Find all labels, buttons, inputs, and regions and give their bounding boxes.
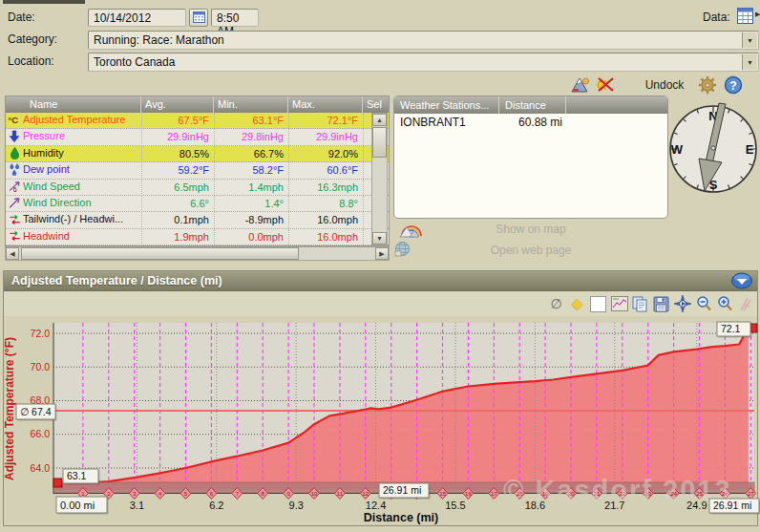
category-value: Running: Race: Marathon [94,33,224,47]
scroll-right-icon[interactable]: ▶ [375,247,389,260]
metric-name: Adjusted Temperature [23,112,142,129]
save-chart-icon[interactable] [651,294,671,314]
metric-max: 72.1°F [289,113,364,128]
metric-min: 63.1°F [215,113,289,128]
station-distance: 60.88 mi [499,116,562,129]
metrics-header-name[interactable]: Name [6,96,141,113]
data-grid-icon[interactable] [736,7,754,28]
metrics-row[interactable]: Wind Direction6.6°1.4°8.8° [6,196,389,212]
category-select[interactable]: Running: Race: Marathon ▼ [88,31,759,50]
metric-max: 16.0mph [289,212,364,227]
metrics-row[interactable]: Dew point59.2°F58.2°F60.6°F [6,162,389,179]
dewpoint-icon [6,162,23,178]
calendar-button[interactable] [189,9,208,27]
metrics-row[interactable]: Pressure29.9inHg29.8inHg29.9inHg [6,129,389,145]
metric-avg: 6.5mph [142,180,215,195]
compass-west-label: W [671,142,684,157]
diamond-marker-icon[interactable]: ◆ [567,294,587,314]
location-label: Location: [8,54,54,68]
metric-avg: 6.6° [142,196,215,211]
scroll-up-icon[interactable]: ▲ [372,114,387,126]
metric-min: 66.7% [215,146,289,161]
compass-east-label: E [746,142,754,157]
pan-icon[interactable] [735,294,755,314]
metric-max: 16.0mph [289,229,364,245]
wind-direction-icon [6,196,23,211]
metric-name: Headwind [23,228,142,245]
metric-min: 1.4mph [215,180,289,195]
delete-weather-icon[interactable] [595,75,616,96]
metric-min: 29.8inHg [215,129,289,144]
headwind-icon [6,229,23,245]
metric-avg: 59.2°F [142,162,215,178]
vertical-scroll-thumb[interactable] [372,127,387,158]
open-web-page-button[interactable]: Open web page [393,244,668,257]
metric-max: 92.0% [289,146,364,161]
zoom-in-icon[interactable] [714,294,734,314]
metric-name: Wind Direction [23,195,142,212]
location-dropdown-icon[interactable]: ▼ [742,54,757,70]
scroll-left-icon[interactable]: ◀ [6,247,19,260]
titlebar-fragment [3,0,85,4]
metrics-row[interactable]: Humidity80.5%66.7%92.0% [6,146,389,162]
wind-speed-icon: 6 [6,180,23,195]
category-dropdown-icon[interactable]: ▼ [742,32,757,48]
temperature-icon: °C [6,113,23,128]
data-label: Data: [703,11,730,24]
svg-text:6: 6 [12,185,16,192]
metric-min: 58.2°F [215,162,289,178]
stations-header-col[interactable]: Weather Stations... [394,96,499,114]
humidity-icon [6,146,23,161]
metrics-table-body: °CAdjusted Temperature67.5°F63.1°F72.1°F… [6,113,389,245]
category-label: Category: [8,32,57,46]
scroll-down-icon[interactable]: ▼ [372,232,387,245]
weather-stations-panel: Weather Stations...Distance IONBRANT160.… [393,96,668,219]
metrics-row[interactable]: Headwind1.9mph0.0mph16.0mph [6,229,389,245]
metrics-table: NameAvg.Min.Max.Sel °CAdjusted Temperatu… [5,96,390,246]
horizontal-scroll-thumb[interactable] [21,247,299,260]
undock-button[interactable]: Undock [630,78,699,92]
time-input[interactable]: 8:50 AM [211,9,259,27]
metrics-row[interactable]: °CAdjusted Temperature67.5°F63.1°F72.1°F [6,113,389,129]
no-fill-icon[interactable]: ∅ [546,294,566,314]
tailwind-icon [6,213,23,228]
metric-max: 60.6°F [289,162,364,178]
reset-zoom-icon[interactable] [672,294,692,314]
metrics-header-max[interactable]: Max. [288,96,363,113]
metric-avg: 67.5°F [142,113,215,128]
location-value: Toronto Canada [94,55,175,69]
metric-name: Tailwind(-) / Headwi... [23,211,142,228]
app-window: { "form": { "date_label": "Date:", "date… [0,0,760,532]
date-label: Date: [8,11,35,24]
chart-panel: Adjusted Temperature / Distance (mi) ∅ ◆ [3,270,758,526]
station-row[interactable]: IONBRANT160.88 mi [394,114,667,131]
metrics-row[interactable]: 6Wind Speed6.5mph1.4mph16.3mph [6,180,389,196]
date-input[interactable]: 10/14/2012 [88,9,186,27]
svg-text:?: ? [729,79,736,93]
metrics-row[interactable]: Tailwind(-) / Headwi...0.1mph-8.9mph16.0… [6,212,389,228]
collapse-panel-icon[interactable] [730,272,753,292]
stations-header-col[interactable]: Distance [499,96,566,114]
metrics-header-avg[interactable]: Avg. [141,96,214,113]
chart-image-icon[interactable] [609,294,629,314]
zoom-out-icon[interactable] [693,294,713,314]
metric-max: 8.8° [289,196,364,211]
metrics-vertical-scrollbar[interactable]: ▲ ▼ [371,113,388,245]
metric-name: Pressure [23,128,142,145]
metrics-table-header[interactable]: NameAvg.Min.Max.Sel [6,96,389,113]
metrics-horizontal-scrollbar[interactable]: ◀ ▶ [5,246,390,261]
metrics-header-min[interactable]: Min. [214,96,288,113]
chart-header: Adjusted Temperature / Distance (mi) [4,271,757,291]
metric-name: Humidity [23,145,142,162]
weather-report-icon[interactable] [570,75,591,96]
metric-max: 16.3mph [289,180,364,195]
stations-header[interactable]: Weather Stations...Distance [394,96,667,114]
metric-avg: 80.5% [142,146,215,161]
metric-name: Dew point [23,161,142,179]
show-on-map-button[interactable]: Show on map [393,223,668,236]
copy-chart-icon[interactable] [630,294,650,314]
background-color-icon[interactable] [588,294,608,314]
data-expand-arrow-icon[interactable]: ▶ [755,11,760,18]
metrics-header-sel[interactable]: Sel [363,96,391,113]
location-select[interactable]: Toronto Canada ▼ [88,53,759,72]
